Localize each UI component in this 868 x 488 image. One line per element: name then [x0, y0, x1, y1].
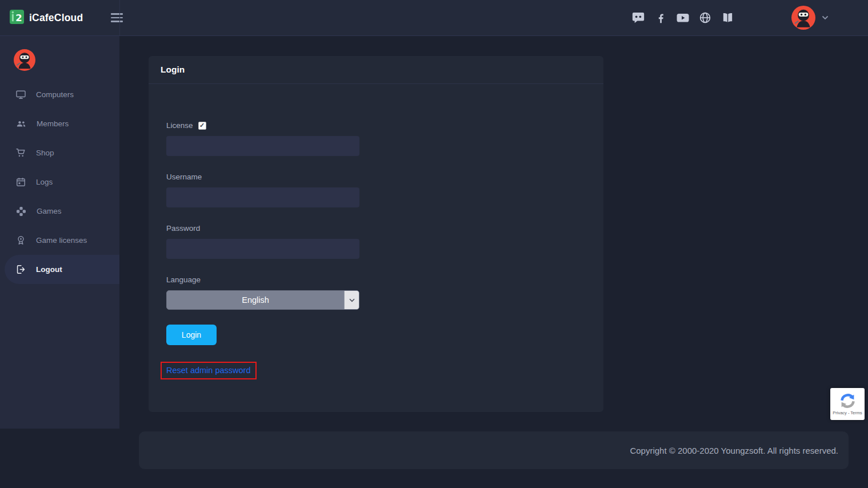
license-group: License [166, 121, 603, 156]
monitor-icon [15, 89, 26, 100]
user-menu[interactable] [791, 6, 829, 30]
license-checkbox[interactable] [198, 122, 206, 130]
menu-toggle-button[interactable] [109, 11, 125, 25]
gamepad-icon [15, 206, 27, 217]
password-label: Password [166, 224, 603, 233]
login-card-title: Login [161, 65, 185, 74]
reset-admin-password-link[interactable]: Reset admin password [166, 366, 251, 375]
language-select[interactable]: English [166, 290, 359, 310]
sidebar-nav: Computers Members Shop [0, 80, 119, 284]
sidebar-item-label: Games [37, 207, 62, 215]
sidebar-item-label: Members [37, 119, 69, 128]
sidebar-item-shop[interactable]: Shop [0, 138, 119, 167]
chevron-down-icon [822, 15, 829, 20]
calendar-icon [15, 177, 26, 187]
logout-icon [15, 264, 26, 275]
language-group: Language English [166, 275, 603, 310]
globe-icon [699, 11, 711, 24]
members-icon [15, 118, 27, 130]
website-link[interactable] [698, 11, 712, 25]
main-content: Login License Username Password Language [119, 36, 868, 488]
recaptcha-privacy-terms[interactable]: Privacy - Terms [833, 410, 862, 415]
facebook-link[interactable] [654, 11, 667, 25]
docs-book-icon [721, 11, 734, 25]
facebook-icon [655, 12, 667, 24]
sidebar-item-members[interactable]: Members [0, 109, 119, 138]
youtube-link[interactable] [676, 11, 690, 25]
brand-icon: 2 [9, 9, 25, 27]
password-group: Password [166, 224, 603, 259]
sidebar-item-label: Shop [36, 149, 54, 157]
license-input[interactable] [166, 136, 359, 156]
password-input[interactable] [166, 239, 359, 259]
discord-icon [631, 11, 645, 24]
docs-link[interactable] [721, 11, 734, 25]
sidebar: Computers Members Shop [0, 36, 119, 429]
sidebar-item-games[interactable]: Games [0, 197, 119, 226]
cart-icon [15, 147, 26, 158]
select-arrow-button [344, 291, 359, 309]
social-links [631, 11, 734, 25]
youtube-icon [676, 11, 690, 25]
chevron-down-icon [349, 298, 355, 302]
sidebar-item-computers[interactable]: Computers [0, 80, 119, 109]
svg-text:2: 2 [15, 12, 22, 23]
sidebar-item-label: Logs [36, 178, 53, 186]
login-button[interactable]: Login [166, 325, 217, 345]
language-selected-value: English [167, 291, 344, 309]
username-input[interactable] [166, 187, 359, 207]
sidebar-item-logout[interactable]: Logout [5, 255, 119, 284]
recaptcha-icon [839, 393, 856, 409]
reset-link-highlight-box: Reset admin password [161, 362, 257, 379]
topbar: 2 iCafeCloud [0, 0, 868, 36]
license-label: License [166, 121, 193, 130]
brand-name: iCafeCloud [29, 12, 83, 24]
discord-link[interactable] [631, 11, 645, 25]
sidebar-item-game-licenses[interactable]: Game licenses [0, 226, 119, 255]
sidebar-item-label: Game licenses [36, 236, 87, 245]
sidebar-item-logs[interactable]: Logs [0, 167, 119, 197]
user-avatar [791, 6, 815, 30]
sidebar-item-label: Logout [36, 265, 62, 274]
username-group: Username [166, 173, 603, 207]
login-card: Login License Username Password Language [149, 56, 603, 412]
sidebar-item-label: Computers [36, 90, 74, 99]
sidebar-avatar [14, 49, 35, 71]
username-label: Username [166, 173, 603, 181]
brand-logo[interactable]: 2 iCafeCloud [0, 9, 86, 27]
copyright-text: Copyright © 2000-2020 Youngzsoft. All ri… [630, 446, 838, 455]
login-card-header: Login [149, 56, 603, 84]
badge-icon [15, 235, 26, 246]
footer-bar: Copyright © 2000-2020 Youngzsoft. All ri… [139, 431, 849, 469]
recaptcha-badge[interactable]: Privacy - Terms [830, 388, 865, 420]
language-label: Language [166, 275, 603, 284]
